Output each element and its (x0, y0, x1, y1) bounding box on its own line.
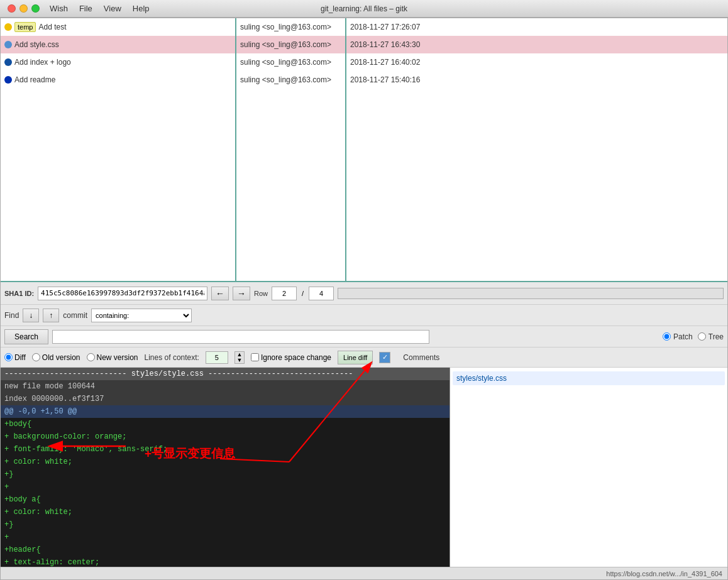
patch-radio[interactable] (663, 332, 671, 341)
menubar: Wish File View Help (45, 3, 155, 14)
commit-message: Add readme (14, 75, 55, 84)
nav-scrollbar[interactable] (338, 288, 724, 299)
diff-meta-line: new file mode 100644 (1, 380, 449, 393)
diff-radio-option: Diff (4, 353, 26, 362)
date-row: 2018-11-27 15:40:16 (346, 71, 727, 89)
tree-radio[interactable] (698, 332, 706, 341)
search-input[interactable] (52, 330, 429, 344)
diff-checkmark: ✓ (379, 352, 390, 363)
row-number-input[interactable] (272, 287, 297, 300)
find-label: Find (4, 311, 19, 320)
old-version-radio[interactable] (32, 353, 40, 361)
diff-content[interactable]: --------------------------- styles/style… (1, 368, 449, 567)
menu-file[interactable]: File (74, 3, 97, 14)
commit-message: Add index + logo (14, 58, 71, 67)
window-title: git_learning: All files – gitk (321, 4, 407, 13)
branch-dot (4, 41, 12, 48)
context-spinner[interactable]: ▲ ▼ (234, 351, 245, 364)
table-row[interactable]: temp Add test (1, 18, 235, 36)
forward-button[interactable]: → (233, 287, 250, 300)
context-label: Lines of context: (145, 353, 199, 362)
comments-label: Comments (403, 353, 439, 362)
diff-add-line: + background-color: orange; (1, 430, 449, 443)
diff-add-line: + (1, 531, 449, 544)
row-label: Row (254, 290, 268, 297)
ignore-space-checkbox[interactable] (251, 353, 259, 361)
diff-file-header: --------------------------- styles/style… (1, 368, 449, 380)
close-button[interactable] (8, 4, 16, 13)
commit-label: commit (63, 311, 87, 320)
diff-radio[interactable] (4, 353, 13, 361)
maximize-button[interactable] (31, 4, 40, 13)
search-bar: Search Patch Tree (1, 326, 727, 347)
author-row: suling <so_ling@163.com> (236, 36, 345, 53)
sha-input[interactable] (38, 287, 207, 300)
branch-tag: temp (14, 22, 36, 32)
tree-radio-group: Tree (698, 332, 724, 341)
commit-message: Add style.css (14, 40, 59, 49)
diff-add-line: +body{ (1, 418, 449, 430)
status-url: https://blog.csdn.net/w.../in_4391_604 (606, 570, 722, 577)
diff-meta-line: index 0000000..ef3f137 (1, 393, 449, 405)
branch-dot (4, 76, 12, 84)
file-item[interactable]: styles/style.css (453, 371, 725, 385)
new-version-label: New version (97, 353, 138, 362)
line-diff-button[interactable]: Line diff (338, 351, 373, 364)
date-row: 2018-11-27 16:43:30 (346, 36, 727, 53)
diff-option-label: Diff (14, 353, 26, 362)
date-row: 2018-11-27 17:26:07 (346, 18, 727, 36)
table-row[interactable]: Add index + logo (1, 53, 235, 71)
commit-area: temp Add test Add style.css Add index + … (1, 18, 727, 282)
diff-options-bar: Diff Old version New version Lines of co… (1, 347, 727, 368)
diff-add-line: +} (1, 518, 449, 531)
menu-wish[interactable]: Wish (45, 3, 73, 14)
new-version-option: New version (87, 353, 138, 362)
diff-add-line: + text-align: center; (1, 556, 449, 567)
date-panel: 2018-11-27 17:26:07 2018-11-27 16:43:30 … (346, 18, 727, 281)
bottom-area: --------------------------- styles/style… (1, 368, 727, 567)
main-window: temp Add test Add style.css Add index + … (0, 18, 728, 580)
row-total-input[interactable] (309, 287, 334, 300)
patch-label: Patch (673, 332, 693, 341)
diff-add-line: +body a{ (1, 493, 449, 506)
find-down-button[interactable]: ↓ (23, 309, 39, 322)
new-version-radio[interactable] (87, 353, 95, 361)
branch-dot (4, 58, 12, 66)
commit-list: temp Add test Add style.css Add index + … (1, 18, 235, 89)
patch-tree-area: Patch Tree (663, 332, 724, 341)
diff-hunk-line: @@ -0,0 +1,50 @@ (1, 405, 449, 418)
tree-label: Tree (709, 332, 724, 341)
diff-wrapper: --------------------------- styles/style… (1, 368, 450, 567)
author-row: suling <so_ling@163.com> (236, 71, 345, 89)
table-row[interactable]: Add readme (1, 71, 235, 89)
back-button[interactable]: ← (211, 287, 229, 300)
context-input[interactable] (206, 351, 228, 364)
commit-graph-panel: temp Add test Add style.css Add index + … (1, 18, 236, 281)
old-version-option: Old version (32, 353, 80, 362)
diff-add-line: + color: white; (1, 456, 449, 468)
old-version-label: Old version (42, 353, 80, 362)
table-row[interactable]: Add style.css (1, 36, 235, 53)
traffic-lights (8, 4, 40, 13)
patch-radio-group: Patch (663, 332, 693, 341)
date-row: 2018-11-27 16:40:02 (346, 53, 727, 71)
diff-add-line: +header{ (1, 544, 449, 556)
minimize-button[interactable] (19, 4, 28, 13)
comments-panel: styles/style.css (450, 368, 727, 567)
find-type-select[interactable]: containing: touching paths: adding/remov… (91, 309, 192, 322)
find-up-button[interactable]: ↑ (43, 309, 59, 322)
diff-add-line: + color: white; (1, 506, 449, 518)
search-button[interactable]: Search (4, 329, 48, 344)
author-panel: suling <so_ling@163.com> suling <so_ling… (236, 18, 346, 281)
nav-bar: SHA1 ID: ← → Row / (1, 282, 727, 305)
diff-add-line: + (1, 481, 449, 493)
author-row: suling <so_ling@163.com> (236, 53, 345, 71)
menu-view[interactable]: View (99, 3, 126, 14)
menu-help[interactable]: Help (128, 3, 155, 14)
find-bar: Find ↓ ↑ commit containing: touching pat… (1, 305, 727, 326)
sha-label: SHA1 ID: (4, 290, 34, 297)
status-bar: https://blog.csdn.net/w.../in_4391_604 (1, 567, 727, 579)
author-row: suling <so_ling@163.com> (236, 18, 345, 36)
ignore-space-label: Ignore space change (261, 353, 331, 362)
ignore-space-option: Ignore space change (251, 353, 331, 362)
